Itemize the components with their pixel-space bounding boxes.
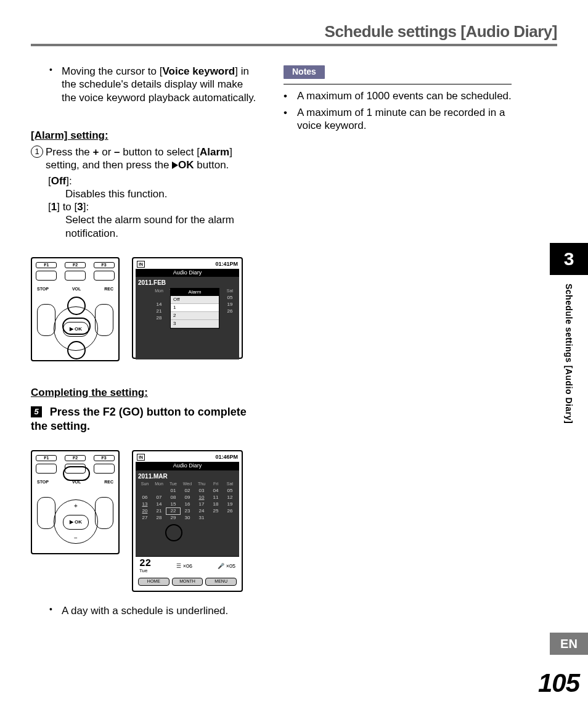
lcd-month: 2011.FEB [138, 279, 237, 287]
blank-btn [94, 464, 115, 474]
notes-label: Notes [284, 65, 325, 79]
c: 21 [152, 508, 166, 514]
s1alarm: Alarm [200, 146, 229, 158]
right-column: Notes • A maximum of 1000 events can be … [284, 65, 512, 630]
page-title: Schedule settings [Audio Diary] [31, 22, 557, 41]
lcd-time: 01:41PM [215, 261, 238, 268]
mark-ok [62, 318, 91, 335]
lcd-in: IN [137, 261, 145, 268]
lcd-in: IN [137, 454, 145, 461]
intro-text-bold: Voice keyword [162, 65, 235, 77]
dh: Sun [138, 482, 152, 487]
step-5: 5 Press the F2 (GO) button to complete t… [31, 405, 259, 433]
range-line: [1] to [3]: [48, 200, 259, 213]
c: 16 [181, 501, 194, 507]
f3-btn: F3 [94, 455, 115, 461]
memo-count: ×06 [183, 563, 192, 569]
alarm-opt-off: Off [171, 296, 219, 304]
alarm-heading: [Alarm] setting: [31, 129, 259, 142]
c: 11 [209, 494, 223, 501]
c: 31 [195, 515, 208, 521]
c: 26 [223, 508, 237, 514]
dh: Thu [195, 482, 208, 487]
c [138, 295, 152, 301]
c: 19 [223, 302, 237, 308]
c [138, 488, 152, 494]
s1minus: – [114, 146, 120, 158]
mark-f2 [63, 466, 90, 481]
c: 02 [181, 488, 194, 494]
rec-label: REC [104, 480, 113, 485]
dh: Tue [166, 482, 180, 487]
mark-minus [67, 341, 86, 359]
underline-note: • A day with a schedule is underlined. [49, 604, 259, 617]
mark-plus [67, 297, 86, 315]
bullet-dot: • [49, 65, 62, 104]
stop-label: STOP [37, 287, 49, 292]
d-wheel: + ▶ OK − [54, 499, 98, 544]
bullet-dot: • [284, 89, 297, 102]
blank-btn [36, 271, 57, 281]
chapter-title: Schedule settings [Audio Diary] [564, 284, 574, 424]
c: 20 [138, 508, 152, 514]
dh: Wed [181, 482, 194, 487]
completing-heading: Completing the setting: [31, 386, 259, 399]
range-mid: ] to [ [57, 201, 77, 213]
lcd-grid-2: SunMonTueWedThuFriSat 0102030405 0607080… [138, 482, 237, 521]
c: 12 [223, 494, 237, 501]
c: 08 [166, 494, 180, 501]
c [209, 515, 223, 521]
lcd-title: Audio Diary [136, 462, 239, 470]
plus-label: + [54, 503, 97, 511]
range-1: 1 [51, 201, 57, 213]
lcd-title: Audio Diary [136, 269, 239, 277]
blank-btn [36, 464, 57, 474]
alarm-opt-2: 2 [171, 312, 219, 320]
dh: Sat [223, 482, 237, 487]
c: 13 [138, 501, 152, 507]
c [138, 308, 152, 314]
c: 30 [181, 515, 194, 521]
left-big-btn [37, 497, 55, 529]
blank-btn [94, 271, 115, 281]
c [223, 515, 237, 521]
step-1: 1 Press the + or – button to select [Ala… [31, 146, 259, 172]
summary-day: 22 [139, 559, 151, 568]
s1plus: + [93, 146, 99, 158]
s5go: GO [123, 406, 140, 418]
dh: Mon [152, 289, 166, 294]
intro-bullet: • Moving the cursor to [Voice keyword] i… [49, 65, 259, 104]
chapter-number: 3 [550, 243, 588, 275]
c: 14 [152, 501, 166, 507]
c: 27 [138, 515, 152, 521]
c: 05 [223, 295, 237, 301]
lcd-figure-1: IN 01:41PM Audio Diary 2011.FEB Mon Tue … [132, 257, 243, 359]
step-1-number: 1 [31, 146, 43, 158]
c: 23 [181, 508, 194, 514]
alarm-popup: Alarm Off 1 2 3 [170, 288, 219, 329]
intro-text-a: Moving the cursor to [ [62, 65, 162, 77]
c: 07 [152, 494, 166, 501]
s1or: or [99, 146, 114, 158]
f1-btn: F1 [36, 455, 57, 461]
figure-row-1: F1 F2 F3 STOP VOL REC [31, 257, 259, 361]
c: 10 [195, 494, 208, 501]
s5a: Press the F2 ( [50, 406, 123, 418]
minus-label: − [54, 535, 97, 543]
c: 22 [166, 508, 180, 514]
notes-rule [284, 84, 512, 84]
f3-btn: F3 [94, 262, 115, 268]
blank-btn [65, 271, 86, 281]
c: 15 [166, 501, 180, 507]
note-2: • A maximum of 1 minute can be recorded … [284, 106, 512, 133]
s1b: button to select [ [120, 146, 200, 158]
c: 03 [195, 488, 208, 494]
dh: Mon [152, 482, 166, 487]
lcd-month-btn: MONTH [172, 578, 203, 586]
note-1-text: A maximum of 1000 events can be schedule… [297, 89, 512, 102]
alarm-opt-1: 1 [171, 304, 219, 312]
play-icon [172, 162, 178, 169]
c: 26 [223, 308, 237, 314]
lcd-month: 2011.MAR [138, 473, 237, 481]
c: 01 [166, 488, 180, 494]
